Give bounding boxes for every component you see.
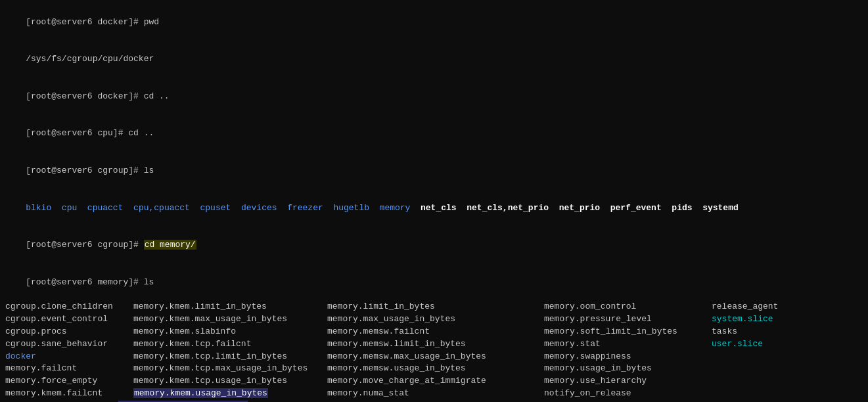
ls-devices: devices	[241, 203, 277, 213]
ls-col2: memory.kmem.limit_in_bytes memory.kmem.m…	[133, 301, 327, 400]
cmd-1: pwd	[144, 17, 159, 27]
cmd-ls-memory: ls	[144, 277, 154, 287]
ls-perf-event: perf_event	[610, 203, 662, 213]
ls-memory-output: cgroup.clone_children cgroup.event_contr…	[5, 301, 863, 400]
cmd-4: cd ..	[128, 128, 154, 138]
line-4: [root@server6 cpu]# cd ..	[5, 116, 863, 153]
prompt-ls-memory: [root@server6 memory]#	[26, 277, 143, 287]
ls-output: blkio cpu cpuacct cpu,cpuacct cpuset dev…	[5, 190, 863, 227]
ls-net-cls-net-prio: net_cls,net_prio	[467, 203, 549, 213]
ls-memory: memory	[380, 203, 411, 213]
prompt-4: [root@server6 cpu]#	[26, 128, 128, 138]
ls-col4: memory.oom_control memory.pressure_level…	[544, 301, 712, 400]
ls-cpu: cpu	[62, 203, 77, 213]
ls-pids: pids	[672, 203, 692, 213]
ls-cpu-cpuacct: cpu,cpuacct	[133, 203, 190, 213]
terminal-window: [root@server6 docker]# pwd /sys/fs/cgrou…	[0, 0, 868, 402]
ls-col1: cgroup.clone_children cgroup.event_contr…	[5, 301, 133, 400]
prompt-3: [root@server6 docker]#	[26, 91, 143, 101]
ls-cpuset: cpuset	[200, 203, 231, 213]
ls-col5: release_agent system.slice tasks user.sl…	[712, 301, 797, 400]
prompt-5: [root@server6 cgroup]#	[26, 166, 143, 175]
cmd-cd-memory: cd memory/	[144, 240, 196, 250]
ls-net-cls: net_cls	[421, 203, 457, 213]
ls-cpuacct: cpuacct	[87, 203, 124, 213]
line-2: /sys/fs/cgroup/cpu/docker	[5, 41, 863, 79]
prompt-1: [root@server6 docker]#	[26, 17, 143, 27]
ls-systemd: systemd	[702, 203, 739, 213]
line-5: [root@server6 cgroup]# ls	[5, 152, 863, 190]
output-1: /sys/fs/cgroup/cpu/docker	[26, 54, 154, 64]
line-ls-memory: [root@server6 memory]# ls	[5, 264, 863, 302]
line-cd-memory: [root@server6 cgroup]# cd memory/	[5, 227, 863, 264]
ls-net-prio: net_prio	[559, 203, 600, 213]
prompt-cd-memory: [root@server6 cgroup]#	[26, 240, 143, 250]
line-1: [root@server6 docker]# pwd	[5, 4, 863, 41]
ls-col3: memory.limit_in_bytes memory.max_usage_i…	[327, 301, 544, 400]
cmd-3: cd ..	[144, 91, 170, 101]
ls-hugetlb: hugetlb	[333, 203, 369, 213]
cmd-5: ls	[144, 166, 154, 175]
ls-freezer: freezer	[287, 203, 323, 213]
ls-blkio: blkio	[26, 203, 51, 213]
line-3: [root@server6 docker]# cd ..	[5, 78, 863, 116]
